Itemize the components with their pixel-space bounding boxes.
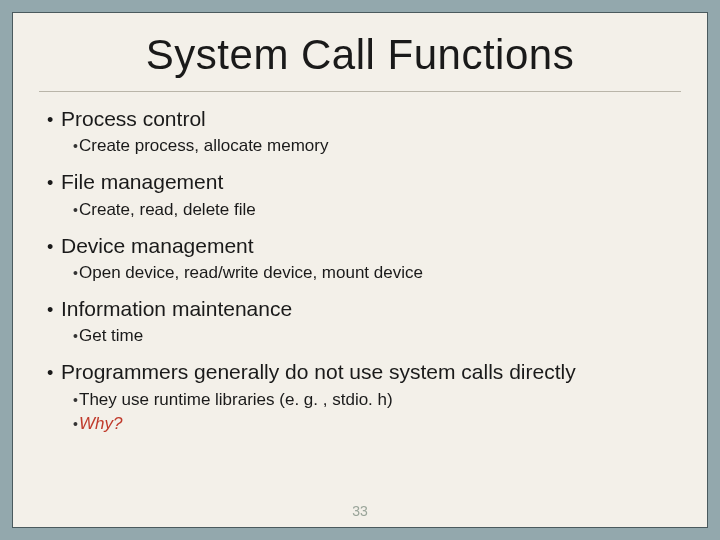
sub-bullet-label: Create, read, delete file: [73, 199, 256, 221]
sub-bullet-item: •Create process, allocate memory: [39, 135, 681, 157]
sub-bullet-marker: •: [39, 392, 73, 408]
sub-bullet-item: •Why?: [39, 413, 681, 435]
sub-bullet-item: •Create, read, delete file: [39, 199, 681, 221]
sub-bullet-item: •Open device, read/write device, mount d…: [39, 262, 681, 284]
bullet-list: •Process control•Create process, allocat…: [39, 106, 681, 435]
sub-bullet-list: •Open device, read/write device, mount d…: [39, 262, 681, 284]
sub-bullet-label: They use runtime libraries (e. g. , stdi…: [73, 389, 393, 411]
sub-bullet-marker: •: [39, 328, 73, 344]
sub-bullet-marker: •: [39, 138, 73, 154]
slide-title: System Call Functions: [39, 27, 681, 91]
sub-bullet-label: Get time: [73, 325, 143, 347]
sub-bullet-list: •Create, read, delete file: [39, 199, 681, 221]
bullet-item: •Programmers generally do not use system…: [39, 359, 681, 434]
sub-bullet-item: •They use runtime libraries (e. g. , std…: [39, 389, 681, 411]
bullet-label: Device management: [61, 233, 254, 259]
bullet-item: •Device management•Open device, read/wri…: [39, 233, 681, 284]
sub-bullet-marker: •: [39, 416, 73, 432]
sub-bullet-list: •Create process, allocate memory: [39, 135, 681, 157]
sub-bullet-label: Open device, read/write device, mount de…: [73, 262, 423, 284]
bullet-label: File management: [61, 169, 223, 195]
bullet-item: •Process control•Create process, allocat…: [39, 106, 681, 157]
bullet-item: •File management•Create, read, delete fi…: [39, 169, 681, 220]
sub-bullet-why: Why?: [73, 413, 122, 435]
sub-bullet-marker: •: [39, 202, 73, 218]
bullet-label: Information maintenance: [61, 296, 292, 322]
page-number: 33: [13, 503, 707, 519]
bullet-label: Process control: [61, 106, 206, 132]
bullet-marker: •: [39, 173, 61, 194]
bullet-marker: •: [39, 237, 61, 258]
bullet-marker: •: [39, 110, 61, 131]
bullet-marker: •: [39, 300, 61, 321]
sub-bullet-marker: •: [39, 265, 73, 281]
sub-bullet-item: •Get time: [39, 325, 681, 347]
sub-bullet-list: •They use runtime libraries (e. g. , std…: [39, 389, 681, 435]
slide: System Call Functions •Process control•C…: [12, 12, 708, 528]
bullet-item: •Information maintenance•Get time: [39, 296, 681, 347]
title-divider: [39, 91, 681, 92]
sub-bullet-label: Create process, allocate memory: [73, 135, 328, 157]
bullet-marker: •: [39, 363, 61, 384]
bullet-label: Programmers generally do not use system …: [61, 359, 576, 385]
sub-bullet-list: •Get time: [39, 325, 681, 347]
